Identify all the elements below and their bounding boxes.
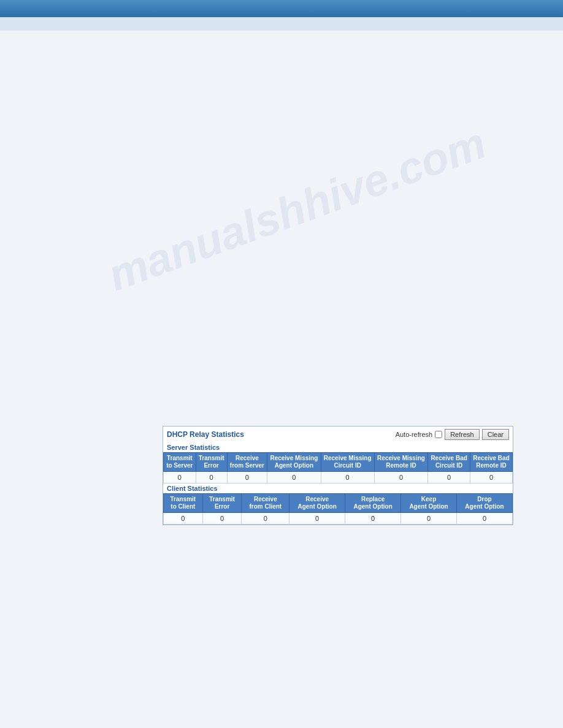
server-val-transmit-error: 0 [196, 472, 227, 483]
server-val-receive-missing-circuit-id: 0 [321, 472, 374, 483]
server-val-receive-bad-circuit-id: 0 [428, 472, 470, 483]
auto-refresh-checkbox[interactable] [435, 431, 442, 438]
refresh-button[interactable]: Refresh [445, 429, 480, 440]
server-val-receive-missing-remote-id: 0 [374, 472, 427, 483]
client-col-replace-agent-option: ReplaceAgent Option [345, 494, 401, 513]
panel-controls: Auto-refresh Refresh Clear [396, 429, 509, 440]
client-val-receive-from-client: 0 [242, 513, 289, 525]
clear-button[interactable]: Clear [482, 429, 509, 440]
watermark: manualshhive.com [102, 118, 492, 301]
server-stats-header-row: Transmitto Server TransmitError Receivef… [164, 453, 513, 472]
panel-title: DHCP Relay Statistics [167, 430, 244, 439]
client-statistics-table: Transmitto Client TransmitError Receivef… [163, 493, 513, 525]
server-col-transmit-error: TransmitError [196, 453, 227, 472]
server-col-receive-bad-circuit-id: Receive BadCircuit ID [428, 453, 470, 472]
client-col-drop-agent-option: DropAgent Option [457, 494, 513, 513]
client-stats-data-row: 0 0 0 0 0 0 0 [164, 513, 513, 525]
server-statistics-label: Server Statistics [163, 442, 513, 452]
client-val-keep-agent-option: 0 [401, 513, 457, 525]
dhcp-relay-statistics-panel: DHCP Relay Statistics Auto-refresh Refre… [163, 426, 513, 525]
server-col-receive-missing-circuit-id: Receive MissingCircuit ID [321, 453, 374, 472]
client-val-receive-agent-option: 0 [289, 513, 345, 525]
client-col-keep-agent-option: KeepAgent Option [401, 494, 457, 513]
server-val-receive-bad-remote-id: 0 [470, 472, 513, 483]
client-col-receive-from-client: Receivefrom Client [242, 494, 289, 513]
server-val-receive-from-server: 0 [227, 472, 267, 483]
panel-header: DHCP Relay Statistics Auto-refresh Refre… [163, 427, 513, 442]
server-col-receive-missing-remote-id: Receive MissingRemote ID [374, 453, 427, 472]
client-val-transmit-to-client: 0 [164, 513, 203, 525]
client-val-drop-agent-option: 0 [457, 513, 513, 525]
client-col-transmit-error: TransmitError [202, 494, 242, 513]
auto-refresh-label: Auto-refresh [396, 431, 433, 438]
client-val-replace-agent-option: 0 [345, 513, 401, 525]
server-statistics-table: Transmitto Server TransmitError Receivef… [163, 452, 513, 483]
client-col-receive-agent-option: ReceiveAgent Option [289, 494, 345, 513]
server-stats-data-row: 0 0 0 0 0 0 0 0 [164, 472, 513, 483]
server-col-receive-missing-agent-option: Receive MissingAgent Option [267, 453, 321, 472]
secondary-bar [0, 17, 563, 31]
top-navigation-bar [0, 0, 563, 17]
server-val-transmit-to-server: 0 [164, 472, 196, 483]
client-col-transmit-to-client: Transmitto Client [164, 494, 203, 513]
server-col-receive-from-server: Receivefrom Server [227, 453, 267, 472]
server-val-receive-missing-agent-option: 0 [267, 472, 321, 483]
server-col-receive-bad-remote-id: Receive BadRemote ID [470, 453, 513, 472]
client-val-transmit-error: 0 [202, 513, 242, 525]
server-col-transmit-to-server: Transmitto Server [164, 453, 196, 472]
client-statistics-label: Client Statistics [163, 483, 513, 493]
client-stats-header-row: Transmitto Client TransmitError Receivef… [164, 494, 513, 513]
